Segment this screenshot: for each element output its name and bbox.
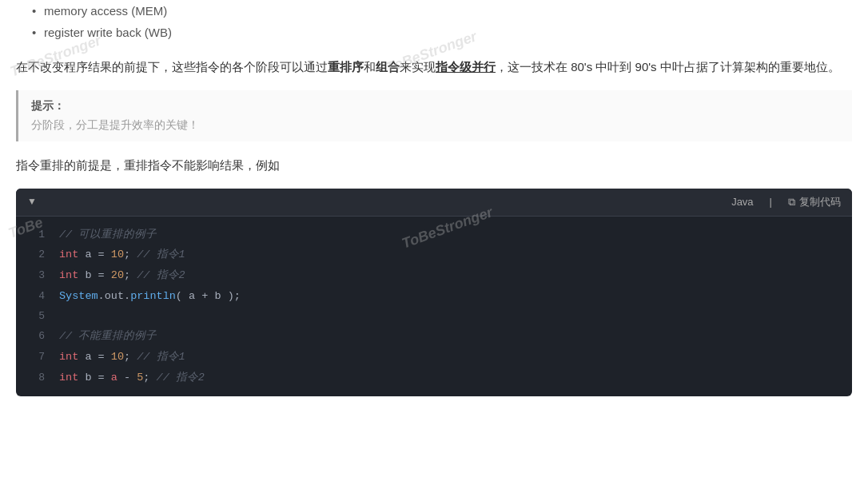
code-lang-label: Java xyxy=(731,193,753,211)
line-content-8: int b = a - 5; // 指令2 xyxy=(59,368,205,388)
copy-label: 复制代码 xyxy=(799,193,841,211)
line-content-7: int a = 10; // 指令1 xyxy=(59,348,185,367)
code-line-4: 4 System.out.println( a + b ); xyxy=(16,286,852,307)
line-content-4: System.out.println( a + b ); xyxy=(59,287,241,306)
line-num-2: 2 xyxy=(27,246,45,264)
code-line-5: 5 xyxy=(16,307,852,327)
line-num-7: 7 xyxy=(27,348,45,367)
code-line-1: 1 // 可以重排的例子 xyxy=(16,225,852,245)
line-num-5: 5 xyxy=(27,308,45,326)
hint-box: 提示： 分阶段，分工是提升效率的关键！ xyxy=(16,90,852,141)
header-divider: | xyxy=(770,193,772,211)
hint-content: 分阶段，分工是提升效率的关键！ xyxy=(31,116,839,135)
line-num-4: 4 xyxy=(27,288,45,306)
paragraph-1: 在不改变程序结果的前提下，这些指令的各个阶段可以通过重排序和组合来实现指令级并行… xyxy=(16,56,852,78)
bullet-item-wb: register write back (WB) xyxy=(32,22,852,43)
code-body: 1 // 可以重排的例子 2 int a = 10; // 指令1 3 int … xyxy=(16,217,852,396)
bullet-list: memory access (MEM) register write back … xyxy=(16,0,852,43)
line-content-2: int a = 10; // 指令1 xyxy=(59,245,185,264)
hint-title: 提示： xyxy=(31,97,839,116)
code-collapse-arrow[interactable]: ▼ xyxy=(27,193,37,209)
bullet-item-mem: memory access (MEM) xyxy=(32,0,852,22)
line-content-1: // 可以重排的例子 xyxy=(59,225,157,245)
line-content-6: // 不能重排的例子 xyxy=(59,327,157,346)
paragraph-2: 指令重排的前提是，重排指令不能影响结果，例如 xyxy=(16,154,852,176)
line-num-1: 1 xyxy=(27,226,45,245)
copy-icon: ⧉ xyxy=(788,193,795,211)
code-block: ▼ Java | ⧉ 复制代码 1 // 可以重排的例子 2 int a = 1… xyxy=(16,189,852,396)
line-num-3: 3 xyxy=(27,267,45,285)
code-line-7: 7 int a = 10; // 指令1 xyxy=(16,347,852,368)
code-line-6: 6 // 不能重排的例子 xyxy=(16,326,852,347)
line-num-6: 6 xyxy=(27,328,45,346)
page-container: ToBeStronger ToBeStronger ToBe ToBeStron… xyxy=(0,0,868,493)
code-line-2: 2 int a = 10; // 指令1 xyxy=(16,245,852,265)
code-line-8: 8 int b = a - 5; // 指令2 xyxy=(16,368,852,388)
code-line-3: 3 int b = 20; // 指令2 xyxy=(16,265,852,286)
copy-code-button[interactable]: ⧉ 复制代码 xyxy=(788,193,841,211)
line-content-3: int b = 20; // 指令2 xyxy=(59,266,185,285)
code-block-header: ▼ Java | ⧉ 复制代码 xyxy=(16,189,852,217)
code-block-right: Java | ⧉ 复制代码 xyxy=(731,193,841,211)
line-num-8: 8 xyxy=(27,369,45,388)
